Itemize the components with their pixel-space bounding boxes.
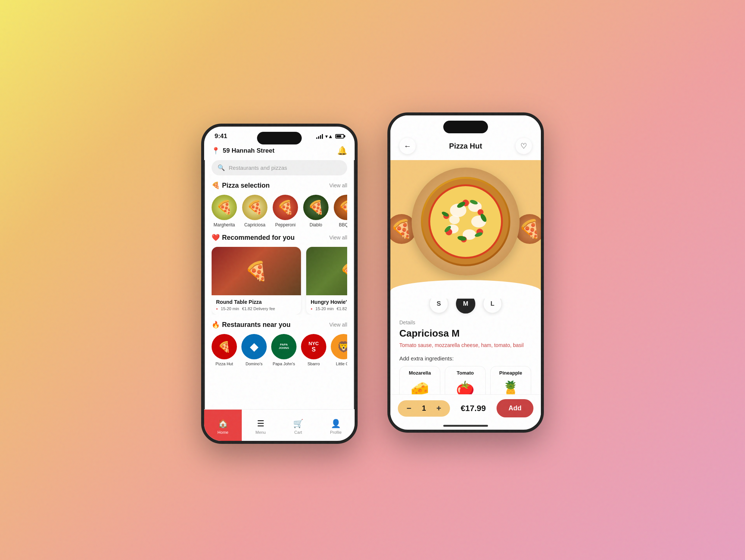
pizza-svg (421, 177, 510, 266)
restaurant-card-hungry-howies[interactable]: 🍕 Hungry Howie's ● 15-20 min €1.82 (306, 247, 347, 315)
pizza-item[interactable]: 🍕 Diablo (303, 195, 329, 228)
back-button[interactable]: ← (399, 138, 416, 154)
nav-cart[interactable]: 🛒 Cart (279, 410, 317, 441)
restaurants-near-header: 🔥 Restaurants near you View all (212, 321, 347, 329)
hungry-howies-delivery: €1.82 (337, 306, 347, 311)
pizza-section-header: 🍕 Pizza selection View all (212, 181, 347, 190)
pizza-capriciosa-img: 🍕 (242, 195, 267, 220)
pizza-capriciosa-name: Capriciosa (244, 222, 266, 228)
recommended-view-all[interactable]: View all (329, 235, 347, 241)
details-section: Details Capriciosa M Tomato sause, mozza… (390, 314, 541, 394)
recommended-title: ❤️ Recommended for you (212, 233, 295, 242)
hungry-howies-meta: ● 15-20 min €1.82 (311, 306, 347, 311)
pizza-item[interactable]: 🍕 Capriciosa (242, 195, 267, 228)
svg-point-2 (430, 186, 501, 257)
papa-johns-logo: PAPAJOHNS (271, 334, 297, 359)
status-icons: ▾▲ (316, 133, 344, 139)
pizza-pepperoni-name: Pepperoni (275, 222, 296, 228)
little-ca-name: Little Ca (336, 362, 347, 366)
notification-bell-icon[interactable]: 🔔 (337, 146, 347, 156)
pizza-bbq-img: 🍕 (334, 195, 347, 220)
round-table-delivery: €1.82 Delivery fee (242, 306, 275, 311)
pizza-item[interactable]: 🍕 Pepperoni (273, 195, 298, 228)
nav-home[interactable]: 🏠 Home (204, 410, 242, 441)
round-table-meta: ● 15-20 min €1.82 Delivery fee (216, 306, 297, 311)
pizza-item[interactable]: 🍕 Margherita (212, 195, 237, 228)
dominos-name: Domino's (245, 362, 263, 366)
restaurant-card-round-table[interactable]: 🍕 Round Table Pizza ● 15-20 min €1.82 De… (212, 247, 301, 315)
extras-scroll: Mozarella 🧀 €1.50 Tomato 🍅 €1.00 Pineapp… (399, 366, 532, 394)
details-label: Details (399, 319, 532, 325)
add-to-cart-button[interactable]: Add (497, 399, 533, 417)
extra-pineapple-name: Pineapple (499, 370, 522, 376)
search-bar[interactable]: 🔍 Restaurants and pizzas (212, 160, 347, 175)
phone2: ← Pizza Hut ♡ 🍕 🍕 (387, 112, 544, 433)
nav-menu-label: Menu (256, 430, 266, 435)
nav-cart-label: Cart (294, 430, 302, 435)
restaurants-near-title: 🔥 Restaurants near you (212, 321, 291, 329)
round-table-name: Round Table Pizza (216, 299, 297, 305)
bottom-nav: 🏠 Home ☰ Menu 🛒 Cart 👤 Profile (204, 409, 355, 441)
address-text: 59 Hannah Street (223, 147, 275, 155)
extra-mozarella[interactable]: Mozarella 🧀 €1.50 (399, 366, 440, 394)
pizza-detail-title: Capriciosa M (399, 328, 532, 339)
home-nav-icon: 🏠 (218, 419, 228, 429)
price-display: €17.99 (454, 404, 492, 413)
extras-label: Add extra ingredients: (399, 355, 532, 362)
quantity-plus-button[interactable]: + (434, 403, 444, 414)
little-ca-logo: 🦁 (331, 334, 347, 359)
quantity-minus-button[interactable]: − (404, 403, 414, 414)
address-left: 📍 59 Hannah Street (212, 147, 275, 155)
dominos-logo: ◆ (241, 334, 267, 359)
pizza-hut-logo: 🍕 (212, 334, 237, 359)
pizza-plate-container (412, 168, 520, 276)
resto-sbarro[interactable]: NYCS Sbarro (301, 334, 326, 366)
recommended-section: ❤️ Recommended for you View all 🍕 Roun (204, 233, 355, 315)
resto-dominos[interactable]: ◆ Domino's (241, 334, 267, 366)
nav-profile[interactable]: 👤 Profile (317, 410, 355, 441)
hungry-howies-info: Hungry Howie's ● 15-20 min €1.82 (306, 295, 347, 315)
resto-pizza-hut[interactable]: 🍕 Pizza Hut (212, 334, 237, 366)
extra-tomato[interactable]: Tomato 🍅 €1.00 (445, 366, 486, 394)
fire-icon: 🔥 (212, 321, 220, 329)
restaurants-view-all[interactable]: View all (329, 322, 347, 328)
pizza-ingredients: Tomato sause, mozzarella cheese, ham, to… (399, 341, 532, 349)
phone1: 9:41 ▾▲ 📍 5 (201, 124, 358, 444)
pizza-section-title: 🍕 Pizza selection (212, 181, 270, 190)
recommended-header: ❤️ Recommended for you View all (212, 233, 347, 242)
pizza-selection-section: 🍕 Pizza selection View all 🍕 Margherita … (204, 181, 355, 228)
dynamic-island2 (443, 121, 488, 133)
pizza-pepperoni-img: 🍕 (273, 195, 298, 220)
sbarro-name: Sbarro (307, 362, 320, 366)
battery-icon (335, 134, 344, 139)
papa-johns-name: Papa John's (273, 362, 295, 366)
search-icon: 🔍 (218, 164, 225, 171)
nav-profile-label: Profile (330, 430, 342, 435)
extra-pineapple-img: 🍍 (500, 379, 522, 394)
pizza-margherita-name: Margherita (213, 222, 235, 228)
hungry-howies-name: Hungry Howie's (311, 299, 347, 305)
home-indicator (390, 425, 541, 430)
favorite-button[interactable]: ♡ (516, 138, 532, 154)
wifi-icon: ▾▲ (325, 133, 333, 139)
pizza-view-all[interactable]: View all (329, 182, 347, 188)
search-placeholder: Restaurants and pizzas (229, 165, 287, 171)
detail-restaurant-title: Pizza Hut (449, 142, 482, 150)
resto-papa-johns[interactable]: PAPAJOHNS Papa John's (271, 334, 297, 366)
nav-home-label: Home (218, 430, 228, 435)
red-dot-icon: ● (216, 307, 218, 311)
recommended-scroll: 🍕 Round Table Pizza ● 15-20 min €1.82 De… (212, 247, 347, 315)
home-bar (443, 425, 488, 427)
signal-icon (316, 134, 323, 139)
extra-pineapple[interactable]: Pineapple 🍍 €1.00 (490, 366, 531, 394)
dynamic-island (257, 132, 302, 144)
pizza-item[interactable]: 🍕 BBQ C. (334, 195, 347, 228)
sbarro-logo: NYCS (301, 334, 326, 359)
nav-menu[interactable]: ☰ Menu (242, 410, 279, 441)
pizza-diablo-name: Diablo (310, 222, 322, 228)
extra-mozarella-name: Mozarella (409, 370, 431, 376)
pizza-bbq-name: BBQ C. (339, 222, 347, 228)
restaurant-logos: 🍕 Pizza Hut ◆ Domino's PAPAJOHNS (212, 334, 347, 366)
pizza-icon: 🍕 (212, 181, 220, 190)
add-to-cart-bar: − 1 + €17.99 Add (390, 394, 541, 425)
